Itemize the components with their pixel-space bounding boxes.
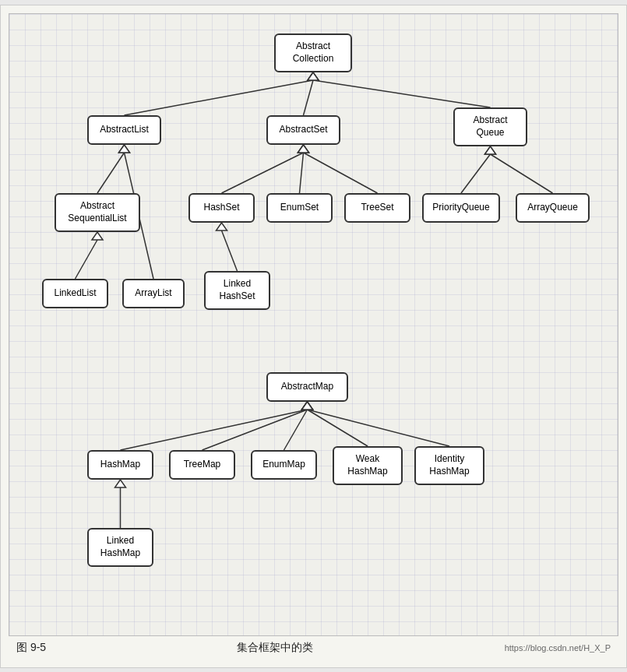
svg-marker-3 <box>308 72 319 80</box>
node-AbstractQueue: Abstract Queue <box>453 107 527 146</box>
node-AbstractList: AbstractList <box>87 115 161 145</box>
node-IdentityHashMap: Identity HashMap <box>414 446 484 485</box>
svg-marker-33 <box>302 402 313 410</box>
diagram-area: Abstract CollectionAbstractListAbstractS… <box>9 13 618 636</box>
svg-line-14 <box>461 154 491 193</box>
svg-marker-13 <box>298 145 309 153</box>
node-LinkedHashMap: Linked HashMap <box>87 528 153 567</box>
svg-line-2 <box>304 80 314 115</box>
svg-marker-1 <box>308 72 319 80</box>
svg-marker-29 <box>302 402 313 410</box>
svg-line-8 <box>222 153 304 193</box>
node-ArrayList: ArrayList <box>122 279 185 308</box>
node-LinkedList: LinkedList <box>42 279 108 308</box>
caption: 图 9-5 集合框架中的类 https://blog.csdn.net/H_X_… <box>9 636 618 660</box>
node-PriorityQueue: PriorityQueue <box>422 193 500 223</box>
svg-marker-23 <box>217 223 227 230</box>
svg-marker-7 <box>119 145 130 153</box>
svg-line-0 <box>125 80 314 115</box>
node-HashMap: HashMap <box>87 450 153 480</box>
node-HashSet: HashSet <box>188 193 255 223</box>
svg-marker-35 <box>115 480 126 487</box>
node-TreeMap: TreeMap <box>169 450 235 480</box>
node-TreeSet: TreeSet <box>344 193 410 223</box>
svg-line-18 <box>76 240 98 279</box>
svg-marker-21 <box>119 145 130 153</box>
svg-line-32 <box>308 410 450 446</box>
svg-marker-11 <box>298 145 309 153</box>
caption-figure: 图 9-5 <box>16 641 46 655</box>
svg-line-28 <box>284 410 308 450</box>
node-AbstractSequentialList: Abstract SequentialList <box>55 193 140 232</box>
caption-title: 集合框架中的类 <box>46 641 505 655</box>
svg-marker-25 <box>302 402 313 410</box>
svg-line-10 <box>300 153 304 193</box>
svg-marker-15 <box>485 146 496 154</box>
svg-line-22 <box>222 230 238 271</box>
node-AbstractMap: AbstractMap <box>266 372 348 402</box>
node-EnumSet: EnumSet <box>266 193 333 223</box>
node-WeakHashMap: Weak HashMap <box>333 446 403 485</box>
svg-line-26 <box>203 410 308 450</box>
svg-line-12 <box>304 153 378 193</box>
svg-marker-5 <box>308 72 319 80</box>
node-EnumMap: EnumMap <box>251 450 317 480</box>
svg-line-6 <box>97 153 125 193</box>
node-AbstractCollection: Abstract Collection <box>274 33 352 72</box>
svg-line-30 <box>308 410 368 446</box>
svg-line-16 <box>491 154 553 193</box>
svg-line-24 <box>121 410 308 450</box>
page-container: Abstract CollectionAbstractListAbstractS… <box>0 5 627 668</box>
node-AbstractSet: AbstractSet <box>266 115 340 145</box>
svg-marker-31 <box>302 402 313 410</box>
caption-url: https://blog.csdn.net/H_X_P <box>505 643 611 653</box>
node-LinkedHashSet: Linked HashSet <box>204 271 270 310</box>
svg-marker-19 <box>92 232 103 240</box>
svg-marker-17 <box>485 146 496 154</box>
svg-marker-27 <box>302 402 313 410</box>
svg-marker-9 <box>298 145 309 153</box>
node-ArrayQueue: ArrayQueue <box>516 193 590 223</box>
svg-line-4 <box>313 80 491 107</box>
